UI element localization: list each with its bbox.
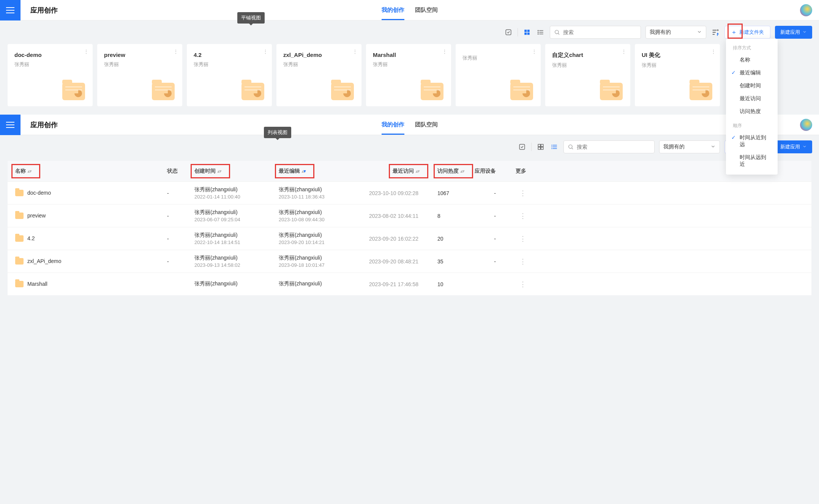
- menu-toggle[interactable]: [0, 0, 21, 20]
- search-input[interactable]: [550, 26, 641, 39]
- svg-point-10: [538, 34, 539, 35]
- folder-card[interactable]: ⋮4.2张秀丽: [187, 44, 272, 106]
- svg-point-24: [551, 145, 552, 145]
- tab-team-space[interactable]: 团队空间: [415, 0, 438, 20]
- search-input[interactable]: [563, 140, 655, 153]
- avatar[interactable]: [800, 4, 812, 16]
- ellipsis-icon[interactable]: ⋮: [496, 280, 526, 288]
- new-app-button[interactable]: 新建应用: [775, 140, 812, 153]
- row-edited-at: 2023-09-18 10:01:47: [279, 262, 359, 268]
- tab-my-creations[interactable]: 我的创作: [382, 115, 404, 135]
- row-access-at: 2023-09-21 17:46:58: [359, 281, 418, 287]
- ellipsis-icon[interactable]: ⋮: [532, 49, 537, 55]
- col-last-access[interactable]: 最近访问▲▼: [393, 168, 418, 175]
- svg-rect-17: [538, 144, 540, 146]
- ellipsis-icon[interactable]: ⋮: [496, 212, 526, 220]
- svg-rect-3: [524, 33, 527, 35]
- folder-card[interactable]: ⋮张秀丽: [456, 44, 541, 106]
- folder-icon: [62, 83, 85, 100]
- folder-icon: [421, 83, 443, 100]
- folder-card[interactable]: ⋮UI 美化张秀丽: [635, 44, 720, 106]
- table-row[interactable]: zxl_APi_demo-张秀丽(zhangxiuli)2023-09-13 1…: [8, 250, 811, 272]
- ellipsis-icon[interactable]: ⋮: [621, 49, 626, 55]
- new-folder-button[interactable]: ＋ 新建文件夹: [724, 26, 770, 39]
- ellipsis-icon[interactable]: ⋮: [496, 235, 526, 243]
- row-edited-at: 2023-10-11 18:36:43: [279, 194, 359, 200]
- col-hot[interactable]: 访问热度▲▼: [437, 168, 463, 175]
- row-name: 4.2: [27, 235, 35, 241]
- ellipsis-icon[interactable]: ⋮: [263, 49, 268, 55]
- annotation-highlight: [389, 164, 428, 178]
- folder-card[interactable]: ⋮Marshall张秀丽: [366, 44, 451, 106]
- topbar: 应用创作 我的创作 团队空间: [0, 0, 819, 20]
- svg-rect-22: [553, 146, 557, 147]
- sort-option-lastedit[interactable]: 最近编辑: [726, 66, 778, 79]
- card-title: 4.2: [194, 52, 266, 58]
- sort-option-lastaccess[interactable]: 最近访问: [726, 92, 778, 105]
- search-icon: [554, 29, 560, 35]
- row-device: -: [464, 236, 496, 242]
- sort-button[interactable]: [711, 28, 720, 37]
- grid-view-icon[interactable]: [522, 28, 532, 37]
- col-name[interactable]: 名称▲▼: [15, 168, 30, 175]
- sort-option-created[interactable]: 创建时间: [726, 79, 778, 92]
- row-edited-by: 张秀丽(zhangxiuli): [279, 280, 359, 287]
- row-created-by: 张秀丽(zhangxiuli): [194, 209, 275, 216]
- svg-rect-23: [553, 148, 557, 149]
- svg-point-25: [551, 146, 552, 147]
- list-view-icon[interactable]: [550, 142, 559, 151]
- checkbox-icon[interactable]: [504, 28, 513, 37]
- sort-order-desc[interactable]: 时间从近到远: [726, 131, 778, 151]
- svg-point-9: [538, 32, 539, 33]
- row-hot: 8: [418, 213, 464, 219]
- ellipsis-icon[interactable]: ⋮: [496, 257, 526, 266]
- row-state: -: [163, 236, 191, 242]
- topbar: 应用创作 我的创作 团队空间: [0, 115, 819, 135]
- folder-card[interactable]: ⋮doc-demo张秀丽: [8, 44, 93, 106]
- table-row[interactable]: 4.2-张秀丽(zhangxiuli)2022-10-14 18:14:51张秀…: [8, 227, 811, 250]
- table-row[interactable]: preview-张秀丽(zhangxiuli)2023-06-07 09:25:…: [8, 204, 811, 227]
- ownership-filter[interactable]: 我拥有的: [645, 26, 706, 39]
- folder-icon: [15, 190, 24, 196]
- avatar[interactable]: [800, 119, 812, 131]
- ellipsis-icon[interactable]: ⋮: [442, 49, 447, 55]
- col-create-time[interactable]: 创建时间▲▼: [194, 168, 220, 175]
- annotation-highlight: [11, 164, 40, 178]
- ellipsis-icon[interactable]: ⋮: [352, 49, 358, 55]
- row-edited-by: 张秀丽(zhangxiuli): [279, 186, 359, 193]
- ellipsis-icon[interactable]: ⋮: [711, 49, 716, 55]
- list-view-icon[interactable]: [536, 28, 545, 37]
- annotation-highlight: [191, 164, 230, 178]
- annotation-highlight: [434, 164, 473, 178]
- folder-card[interactable]: ⋮preview张秀丽: [97, 44, 182, 106]
- table-row[interactable]: doc-demo-张秀丽(zhangxiuli)2022-01-14 11:00…: [8, 181, 811, 204]
- folder-card[interactable]: ⋮zxl_APi_demo张秀丽: [276, 44, 361, 106]
- row-device: -: [464, 190, 496, 196]
- row-edited-by: 张秀丽(zhangxiuli): [279, 209, 359, 216]
- svg-rect-16: [519, 144, 525, 150]
- row-access-at: 2023-10-10 09:02:28: [359, 190, 418, 196]
- ellipsis-icon[interactable]: ⋮: [84, 49, 89, 55]
- row-device: -: [464, 258, 496, 265]
- card-owner: 张秀丽: [14, 61, 87, 68]
- ellipsis-icon[interactable]: ⋮: [173, 49, 178, 55]
- ellipsis-icon[interactable]: ⋮: [496, 189, 526, 197]
- card-owner: 张秀丽: [283, 61, 355, 68]
- card-owner: 张秀丽: [104, 61, 176, 68]
- checkbox-icon[interactable]: [518, 142, 527, 151]
- grid-view-icon[interactable]: [536, 142, 545, 151]
- new-app-button[interactable]: 新建应用: [775, 26, 812, 39]
- ownership-filter[interactable]: 我拥有的: [659, 140, 720, 153]
- sort-option-name[interactable]: 名称: [726, 54, 778, 66]
- col-last-edit[interactable]: 最近编辑▲▼: [279, 168, 305, 175]
- card-owner: 张秀丽: [194, 61, 266, 68]
- row-access-at: 2023-09-20 16:02:22: [359, 236, 418, 242]
- tab-my-creations[interactable]: 我的创作: [382, 0, 404, 20]
- sort-order-asc[interactable]: 时间从远到近: [726, 151, 778, 171]
- tab-team-space[interactable]: 团队空间: [415, 115, 438, 135]
- table-row[interactable]: Marshall张秀丽(zhangxiuli)张秀丽(zhangxiuli)20…: [8, 272, 811, 295]
- svg-rect-21: [553, 145, 557, 146]
- menu-toggle[interactable]: [0, 115, 21, 135]
- sort-option-hot[interactable]: 访问热度: [726, 105, 778, 118]
- folder-card[interactable]: ⋮自定义chart张秀丽: [545, 44, 630, 106]
